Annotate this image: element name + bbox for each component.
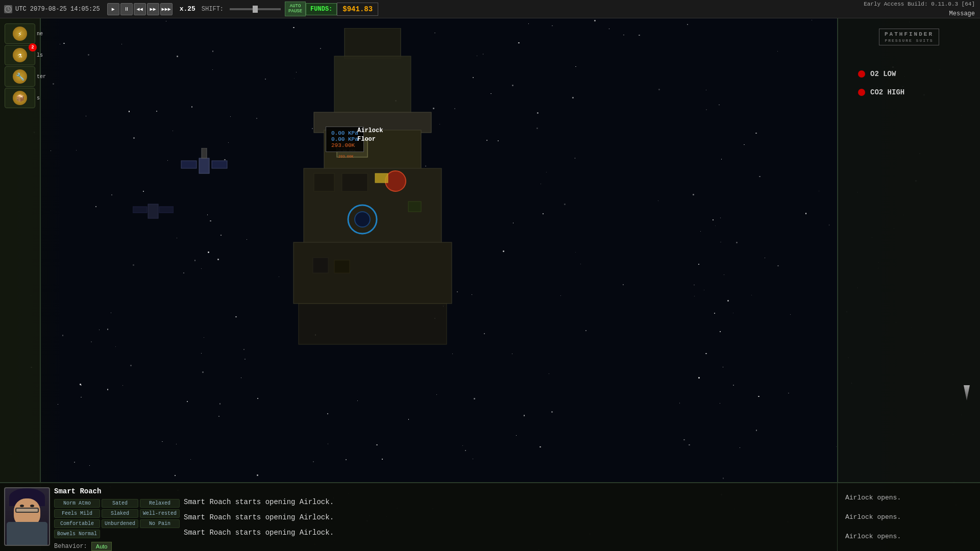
star [89,465,90,466]
sidebar-item-1[interactable]: ⚡ ne [5,23,35,44]
star [836,446,837,447]
star [327,413,328,414]
star [486,140,487,141]
play-button[interactable]: ▶ [107,3,119,15]
star [758,396,759,397]
star [551,411,553,413]
star [704,290,705,291]
behavior-auto-button[interactable]: Auto [91,542,112,551]
star [133,137,135,139]
star [658,201,659,202]
star [107,389,109,390]
star [111,194,112,195]
star [107,329,109,330]
star [62,335,64,336]
portrait-body [7,522,47,545]
funds-label: FUNDS: [306,3,337,15]
star [187,401,187,402]
timestamp-area: UTC 2079-08-25 14:05:25 [0,5,104,13]
log-entry-2: Smart Roach starts opening Airlock. [184,513,827,521]
sidebar-item-3[interactable]: 🔧 ter [5,66,35,87]
star [74,462,75,463]
top-bar: UTC 2079-08-25 14:05:25 ▶ ⏸ ◀◀ ▶▶ ▶▶▶ x.… [0,0,980,18]
sidebar-item-4[interactable]: 📦 s [5,88,35,108]
character-area: Smart Roach Norm Atmo Sated Relaxed Feel… [0,483,174,551]
star [812,20,812,20]
star [91,341,92,342]
star [715,226,716,226]
star [219,403,221,405]
svg-point-19 [355,212,370,227]
character-portrait [4,487,50,546]
star [546,172,547,172]
rewind-button[interactable]: ◀◀ [134,3,146,15]
star [765,258,765,258]
svg-rect-7 [345,28,401,59]
star [265,79,266,80]
airlock-name: AirlockFloor [357,127,383,144]
fast-forward-button[interactable]: ▶▶▶ [160,3,173,15]
suit-logo-sub: PRESSURE SUITS [885,38,934,43]
star [580,264,581,264]
play-controls: ▶ ⏸ ◀◀ ▶▶ ▶▶▶ [104,3,176,15]
star [176,444,177,444]
sidebar-icon-3: 🔧 [13,69,27,84]
stat-slaked: Slaked [102,509,138,518]
star [230,116,231,117]
svg-rect-4 [148,204,158,218]
forward-button[interactable]: ▶▶ [147,3,159,15]
sidebar-label-3: ter [37,74,46,80]
star [720,403,720,404]
star [484,333,485,334]
star [143,191,144,192]
star [549,373,549,374]
star [257,398,258,399]
o2-warning-text: O2 LOW [870,70,896,78]
pause-button[interactable]: ⏸ [120,3,133,15]
star [552,26,553,27]
star [512,85,513,86]
star [537,112,538,114]
star [585,330,586,331]
star [744,144,745,145]
star [328,443,329,444]
star [575,252,576,253]
svg-rect-8 [334,56,411,117]
star [376,444,378,446]
star [805,213,806,214]
behavior-row: Behavior: Auto [54,542,180,551]
star [133,264,134,266]
star [408,419,409,420]
auto-pause-button[interactable]: AUTOPAUSE [285,2,306,17]
star [175,475,176,476]
tooltip-pressure1: 0.00 KPa [331,130,358,136]
star [88,54,89,56]
star [733,313,733,313]
star [524,415,525,416]
star [177,56,178,57]
star [683,439,685,441]
build-info: Early Access Build: 0.11.0.3 [64] [864,1,975,7]
star [217,259,219,260]
sidebar-label-1: ne [37,31,43,37]
star [177,238,177,238]
sidebar-item-2[interactable]: ⚗ 2 ls [5,45,35,65]
star [727,300,729,302]
star [313,461,314,462]
star [81,397,82,398]
sidebar-icon-1: ⚡ [13,27,27,41]
shift-slider[interactable] [230,8,281,10]
star [687,24,688,25]
star [130,365,132,366]
star [156,111,157,112]
star [720,242,721,242]
character-info: Smart Roach Norm Atmo Sated Relaxed Feel… [54,487,180,547]
star [279,277,279,277]
log-entry-1: Smart Roach starts opening Airlock. [184,498,827,506]
star [829,224,830,226]
star [121,44,122,44]
star [491,93,491,94]
svg-rect-17 [342,173,368,191]
svg-rect-22 [299,304,447,344]
speed-display: x.25 [176,5,200,13]
